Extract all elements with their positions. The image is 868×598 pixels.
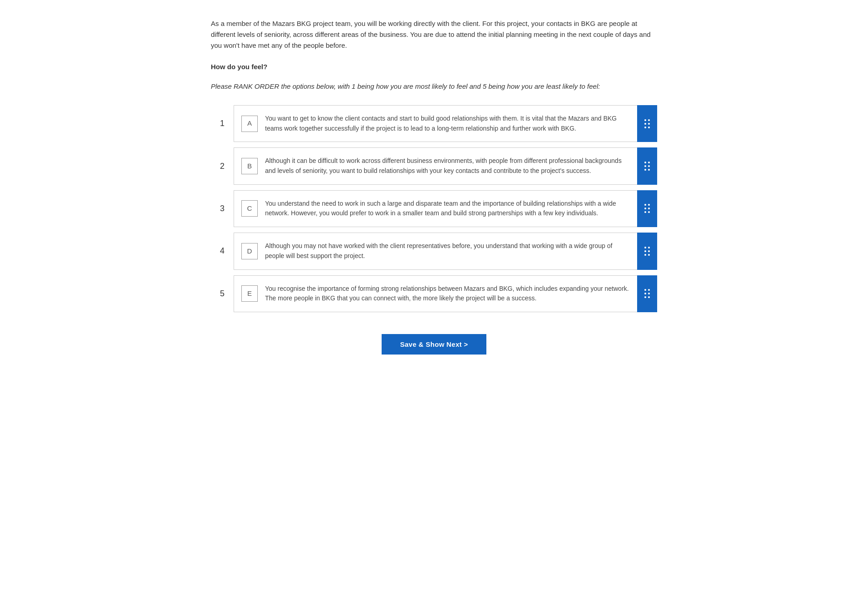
drag-handle[interactable] bbox=[637, 147, 657, 184]
question-label: How do you feel? bbox=[211, 62, 657, 72]
instruction-text: Please RANK ORDER the options below, wit… bbox=[211, 81, 657, 92]
intro-text: As a member of the Mazars BKG project te… bbox=[211, 18, 657, 51]
rank-item: 3 C You understand the need to work in s… bbox=[211, 190, 657, 227]
rank-text: You understand the need to work in such … bbox=[265, 199, 630, 218]
rank-text: Although you may not have worked with th… bbox=[265, 241, 630, 261]
rank-number: 2 bbox=[211, 147, 234, 184]
page-container: As a member of the Mazars BKG project te… bbox=[184, 0, 684, 382]
button-row: Save & Show Next > bbox=[211, 334, 657, 355]
rank-item: 2 B Although it can be difficult to work… bbox=[211, 147, 657, 184]
rank-letter-box: C bbox=[241, 200, 258, 217]
rank-text: You recognise the importance of forming … bbox=[265, 284, 630, 304]
rank-item: 5 E You recognise the importance of form… bbox=[211, 275, 657, 312]
rank-letter-box: D bbox=[241, 243, 258, 259]
rank-letter-box: E bbox=[241, 285, 258, 302]
drag-dots-icon bbox=[644, 162, 650, 171]
rank-text: Although it can be difficult to work acr… bbox=[265, 156, 630, 176]
drag-handle[interactable] bbox=[637, 190, 657, 227]
drag-handle[interactable] bbox=[637, 275, 657, 312]
drag-dots-icon bbox=[644, 119, 650, 128]
drag-dots-icon bbox=[644, 289, 650, 298]
drag-dots-icon bbox=[644, 204, 650, 213]
drag-dots-icon bbox=[644, 247, 650, 256]
rank-number: 3 bbox=[211, 190, 234, 227]
rank-card: E You recognise the importance of formin… bbox=[234, 275, 637, 312]
rank-list: 1 A You want to get to know the client c… bbox=[211, 105, 657, 318]
rank-text: You want to get to know the client conta… bbox=[265, 114, 630, 133]
drag-handle[interactable] bbox=[637, 233, 657, 269]
rank-card: C You understand the need to work in suc… bbox=[234, 190, 637, 227]
save-next-button[interactable]: Save & Show Next > bbox=[382, 334, 486, 355]
rank-number: 4 bbox=[211, 233, 234, 269]
drag-handle[interactable] bbox=[637, 105, 657, 142]
rank-item: 1 A You want to get to know the client c… bbox=[211, 105, 657, 142]
rank-card: D Although you may not have worked with … bbox=[234, 233, 637, 269]
rank-card: A You want to get to know the client con… bbox=[234, 105, 637, 142]
rank-number: 5 bbox=[211, 275, 234, 312]
rank-number: 1 bbox=[211, 105, 234, 142]
rank-letter-box: A bbox=[241, 116, 258, 132]
rank-item: 4 D Although you may not have worked wit… bbox=[211, 233, 657, 269]
rank-card: B Although it can be difficult to work a… bbox=[234, 147, 637, 184]
rank-letter-box: B bbox=[241, 158, 258, 174]
